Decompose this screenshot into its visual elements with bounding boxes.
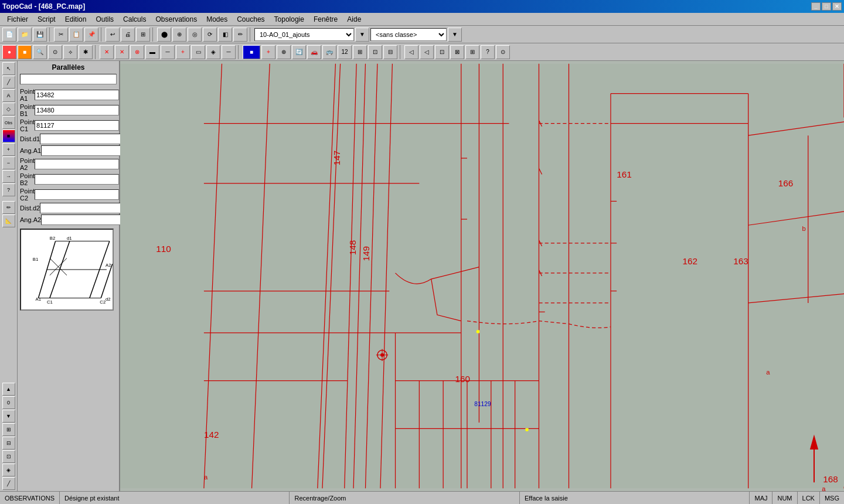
snap1[interactable]: ● <box>2 45 16 59</box>
snap6[interactable]: ✱ <box>79 45 93 59</box>
dist-d2-input[interactable] <box>40 203 124 213</box>
draw8[interactable]: ◈ <box>206 45 220 59</box>
mode7[interactable]: 12 <box>338 45 352 59</box>
tool-line[interactable]: ╱ <box>2 76 15 88</box>
point-c2-input[interactable] <box>35 189 119 200</box>
tool-zero[interactable]: 0 <box>2 396 15 409</box>
point-a2-input[interactable] <box>35 159 119 169</box>
svg-text:B1: B1 <box>33 257 39 262</box>
ang-a1-input[interactable] <box>41 145 125 156</box>
tool-obs[interactable]: Obs <box>2 116 15 129</box>
snap3[interactable]: 🔍 <box>33 45 47 59</box>
view1[interactable]: ◁ <box>404 45 418 59</box>
mode8[interactable]: ⊞ <box>353 45 367 59</box>
tool-measure[interactable]: 📐 <box>2 214 15 227</box>
tool-question[interactable]: ? <box>2 183 15 196</box>
menu-modes[interactable]: Modes <box>202 14 232 25</box>
tool3[interactable]: ◎ <box>188 28 202 42</box>
view6[interactable]: ? <box>481 45 495 59</box>
tool4[interactable]: ⟳ <box>203 28 217 42</box>
tool-minus[interactable]: − <box>2 156 15 169</box>
view2[interactable]: ◁ <box>420 45 434 59</box>
tool-text[interactable]: A <box>2 89 15 102</box>
snap5[interactable]: ⟡ <box>63 45 77 59</box>
draw9[interactable]: ─ <box>222 45 236 59</box>
layer-dropdown[interactable]: 10-AO_01_ajouts <box>254 28 354 41</box>
mode6[interactable]: 🚌 <box>322 45 336 59</box>
restore-button[interactable]: □ <box>822 2 831 11</box>
close-button[interactable]: ✕ <box>832 2 842 11</box>
tool1[interactable]: ⬤ <box>157 28 171 42</box>
dropdown2-arrow[interactable]: ▼ <box>448 28 462 42</box>
map-svg: .map-line { stroke: #cc0000; stroke-widt… <box>120 61 844 491</box>
view5[interactable]: ⊞ <box>465 45 479 59</box>
menu-couches[interactable]: Couches <box>232 14 269 25</box>
mode5[interactable]: 🚗 <box>307 45 321 59</box>
draw7[interactable]: ▭ <box>191 45 205 59</box>
new-button[interactable]: 📄 <box>2 28 16 42</box>
mode4[interactable]: 🔄 <box>292 45 306 59</box>
draw4[interactable]: ▬ <box>145 45 159 59</box>
map-canvas[interactable]: .map-line { stroke: #cc0000; stroke-widt… <box>120 61 844 491</box>
mode3[interactable]: ⊕ <box>277 45 291 59</box>
minimize-button[interactable]: _ <box>811 2 821 11</box>
tool-eraser[interactable]: ◇ <box>2 103 15 115</box>
menu-outils[interactable]: Outils <box>91 14 118 25</box>
menu-script[interactable]: Script <box>33 14 60 25</box>
menu-calculs[interactable]: Calculs <box>118 14 151 25</box>
draw6[interactable]: + <box>176 45 190 59</box>
tool-plus[interactable]: + <box>2 143 15 156</box>
point-b2-input[interactable] <box>35 174 119 185</box>
menu-fenetre[interactable]: Fenêtre <box>309 14 342 25</box>
tool-diag[interactable]: ╱ <box>2 477 15 490</box>
class-dropdown[interactable]: <sans classe> <box>370 28 447 41</box>
copy-button[interactable]: 📋 <box>69 28 83 42</box>
point-b1-input[interactable] <box>35 105 119 115</box>
tool5[interactable]: ◧ <box>218 28 232 42</box>
view7[interactable]: ⊙ <box>496 45 510 59</box>
ang-a2-input[interactable] <box>41 214 125 225</box>
cut-button[interactable]: ✂ <box>54 28 68 42</box>
draw2[interactable]: ✕ <box>115 45 129 59</box>
tool-grid1[interactable]: ⊞ <box>2 423 15 436</box>
dist-d1-row: Dist.d1 <box>20 134 117 144</box>
tool6[interactable]: ✏ <box>233 28 247 42</box>
view4[interactable]: ⊠ <box>450 45 464 59</box>
snap4[interactable]: ⊙ <box>48 45 62 59</box>
tool-arrow-right[interactable]: → <box>2 170 15 183</box>
panel-top-input[interactable] <box>20 74 117 84</box>
paste-button[interactable]: 📌 <box>84 28 98 42</box>
print2-button[interactable]: ⊞ <box>136 28 150 42</box>
menu-topologie[interactable]: Topologie <box>270 14 309 25</box>
tool-color[interactable]: ■ <box>2 130 15 142</box>
menu-edition[interactable]: Edition <box>60 14 91 25</box>
mode1[interactable]: ■ <box>243 45 260 59</box>
draw1[interactable]: ✕ <box>100 45 114 59</box>
draw3[interactable]: ⊗ <box>130 45 144 59</box>
draw5[interactable]: ─ <box>161 45 175 59</box>
dropdown1-arrow[interactable]: ▼ <box>355 28 369 42</box>
mode9[interactable]: ⊡ <box>368 45 382 59</box>
tool-grid3[interactable]: ⊡ <box>2 450 15 463</box>
point-a1-input[interactable] <box>35 90 119 100</box>
tool-select[interactable]: ↖ <box>2 62 15 75</box>
mode2[interactable]: + <box>261 45 275 59</box>
point-c1-input[interactable] <box>35 120 119 131</box>
mode10[interactable]: ⊟ <box>383 45 397 59</box>
undo-button[interactable]: ↩ <box>106 28 120 42</box>
menu-observations[interactable]: Observations <box>151 14 202 25</box>
save-button[interactable]: 💾 <box>33 28 47 42</box>
view3[interactable]: ⊡ <box>435 45 449 59</box>
tool2[interactable]: ⊕ <box>172 28 186 42</box>
tool-grid4[interactable]: ◈ <box>2 464 15 476</box>
tool-down[interactable]: ▼ <box>2 410 15 423</box>
open-button[interactable]: 📁 <box>18 28 32 42</box>
tool-grid2[interactable]: ⊟ <box>2 437 15 449</box>
tool-up[interactable]: ▲ <box>2 383 15 396</box>
menu-fichier[interactable]: Fichier <box>2 14 33 25</box>
snap2[interactable]: ■ <box>18 45 32 59</box>
tool-pen[interactable]: ✏ <box>2 201 15 214</box>
print-button[interactable]: 🖨 <box>121 28 135 42</box>
dist-d1-input[interactable] <box>40 134 124 144</box>
menu-aide[interactable]: Aide <box>342 14 366 25</box>
